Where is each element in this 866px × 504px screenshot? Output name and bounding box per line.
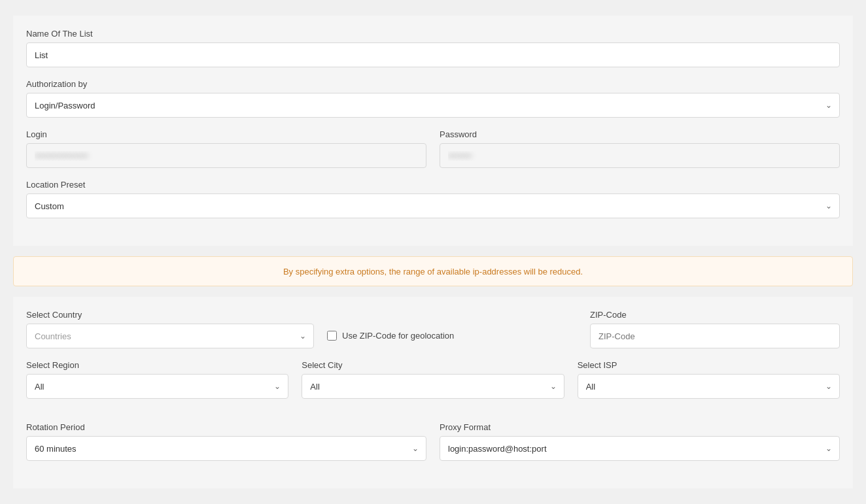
region-select-wrapper: All ⌄ [26,374,288,399]
rotation-proxy-row: Rotation Period 60 minutes 30 minutes 10… [26,422,840,473]
isp-group: Select ISP All ⌄ [578,360,840,399]
list-name-group: Name Of The List [26,29,840,67]
zip-code-input[interactable] [590,324,840,348]
alert-text: By specifying extra options, the range o… [283,267,583,277]
authorization-select-wrapper: Login/Password IP Authorization ⌄ [26,93,840,118]
city-select-wrapper: All ⌄ [302,374,564,399]
zip-checkbox-label[interactable]: Use ZIP-Code for geolocation [327,331,577,346]
region-select[interactable]: All [26,374,288,399]
password-group: Password [440,129,840,168]
rotation-select-wrapper: 60 minutes 30 minutes 10 minutes 5 minut… [26,436,426,461]
location-preset-select[interactable]: Custom United States Europe Asia [26,193,840,218]
select-region-label: Select Region [26,360,288,370]
zip-checkbox-text: Use ZIP-Code for geolocation [342,331,454,341]
rotation-group: Rotation Period 60 minutes 30 minutes 10… [26,422,426,461]
country-col: Select Country Countries ⌄ [26,310,314,348]
login-group: Login [26,129,426,168]
list-name-label: Name Of The List [26,29,840,39]
zip-code-label: ZIP-Code [590,310,840,320]
country-zip-row: Select Country Countries ⌄ Use ZIP-Code … [26,310,840,348]
country-select-wrapper: Countries ⌄ [26,324,314,348]
location-section: Select Country Countries ⌄ Use ZIP-Code … [13,297,853,488]
region-group: Select Region All ⌄ [26,360,288,399]
location-preset-group: Location Preset Custom United States Eur… [26,180,840,218]
select-city-label: Select City [302,360,564,370]
region-city-isp-row: Select Region All ⌄ Select City All ⌄ [26,360,840,411]
login-password-row: Login Password [26,129,840,180]
location-preset-select-wrapper: Custom United States Europe Asia ⌄ [26,193,840,218]
authorization-select[interactable]: Login/Password IP Authorization [26,93,840,118]
rotation-select[interactable]: 60 minutes 30 minutes 10 minutes 5 minut… [26,436,426,461]
login-label: Login [26,129,426,139]
alert-banner: By specifying extra options, the range o… [13,256,853,286]
zip-checkbox-col: Use ZIP-Code for geolocation [327,331,577,348]
authorization-label: Authorization by [26,79,840,89]
proxy-format-label: Proxy Format [440,422,840,432]
isp-select-wrapper: All ⌄ [578,374,840,399]
select-isp-label: Select ISP [578,360,840,370]
select-country-label: Select Country [26,310,314,320]
isp-select[interactable]: All [578,374,840,399]
country-select[interactable]: Countries [26,324,314,348]
location-preset-label: Location Preset [26,180,840,190]
list-name-input[interactable] [26,42,840,67]
zip-code-col: ZIP-Code [590,310,840,348]
login-input[interactable] [26,143,426,168]
main-form-section: Name Of The List Authorization by Login/… [13,16,853,246]
proxy-format-select[interactable]: login:password@host:port host:port:login… [440,436,840,461]
rotation-label: Rotation Period [26,422,426,432]
proxy-format-group: Proxy Format login:password@host:port ho… [440,422,840,461]
password-label: Password [440,129,840,139]
password-input[interactable] [440,143,840,168]
proxy-format-select-wrapper: login:password@host:port host:port:login… [440,436,840,461]
city-group: Select City All ⌄ [302,360,564,399]
authorization-group: Authorization by Login/Password IP Autho… [26,79,840,118]
city-select[interactable]: All [302,374,564,399]
zip-checkbox[interactable] [327,331,337,341]
page-container: Name Of The List Authorization by Login/… [0,0,866,504]
